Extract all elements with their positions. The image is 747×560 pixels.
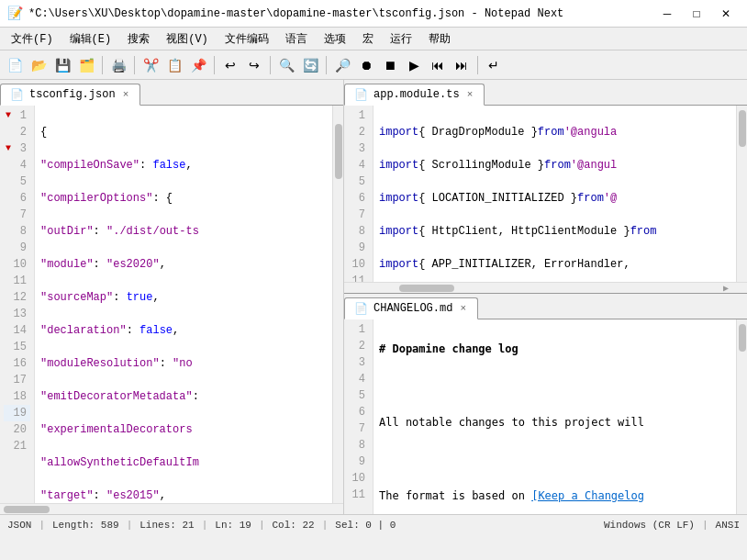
app-module-vscrollbar[interactable]	[736, 106, 747, 282]
aln-8: 8	[348, 223, 369, 240]
app-module-hscrollbar[interactable]: ▶	[344, 282, 747, 293]
changelog-text-5a: The format is based on	[379, 487, 531, 505]
cln-1: 1	[348, 321, 369, 338]
ln-21: 21	[4, 438, 30, 454]
cln-8: 8	[348, 437, 369, 454]
editor-hscrollbar[interactable]	[0, 503, 343, 514]
changelog-vscroll-thumb[interactable]	[739, 324, 746, 352]
undo-button[interactable]: ↩	[219, 54, 241, 76]
scroll-arrow-right[interactable]: ▶	[723, 283, 729, 294]
ln-4: 4	[4, 157, 30, 174]
changelog-content-area: 1 2 3 4 5 6 7 8 9 10 11 # Dopamine chang…	[344, 319, 747, 514]
menu-search[interactable]: 搜索	[120, 29, 157, 49]
ln-9: 9	[4, 240, 30, 256]
aln-6: 6	[348, 190, 369, 207]
open-button[interactable]: 📂	[28, 54, 50, 76]
next-button[interactable]: ⏭	[451, 54, 473, 76]
cln-7: 7	[348, 420, 369, 437]
status-lines: Lines: 21	[139, 520, 194, 531]
tab-app-module[interactable]: 📄 app.module.ts ×	[344, 84, 485, 106]
file-icon: 📄	[10, 88, 24, 102]
aln-11: 11	[348, 273, 369, 282]
editor-hscroll-thumb[interactable]	[4, 506, 50, 513]
play-button[interactable]: ▶	[403, 54, 425, 76]
replace-button[interactable]: 🔄	[299, 54, 321, 76]
find-button[interactable]: 🔍	[275, 54, 297, 76]
zoom-in-button[interactable]: 🔎	[331, 54, 353, 76]
copy-button[interactable]: 📋	[163, 54, 185, 76]
ln-17: 17	[4, 372, 30, 388]
app-module-file-icon: 📄	[354, 88, 368, 102]
changelog-code[interactable]: # Dopamine change log All notable change…	[374, 319, 736, 514]
editor-vscrollbar[interactable]	[332, 106, 343, 503]
record-button[interactable]: ⏺	[355, 54, 377, 76]
cut-button[interactable]: ✂️	[139, 54, 162, 76]
new-button[interactable]: 📄	[4, 54, 26, 76]
prev-button[interactable]: ⏮	[427, 54, 449, 76]
changelog-link-1[interactable]: [Keep a Changelog	[531, 487, 644, 505]
tab-tsconfig-close[interactable]: ×	[121, 89, 131, 100]
minimize-button[interactable]: ─	[653, 0, 681, 28]
changelog-text-3: All notable changes to this project will	[379, 413, 644, 431]
app-module-hscroll-thumb[interactable]	[399, 285, 454, 292]
tab-changelog-label: CHANGELOG.md	[374, 302, 452, 315]
status-bar: JSON | Length: 589 | Lines: 21 | Ln: 19 …	[0, 514, 747, 534]
ln-18: 18	[4, 388, 30, 405]
ln-11: 11	[4, 273, 30, 289]
ln-19: 19	[4, 405, 30, 421]
tab-changelog-close[interactable]: ×	[458, 303, 468, 314]
app-module-vscroll-thumb[interactable]	[739, 110, 746, 147]
menu-view[interactable]: 视图(V)	[159, 29, 216, 49]
menu-file[interactable]: 文件(F)	[4, 29, 61, 49]
aln-1: 1	[348, 107, 369, 124]
fold-icon-3[interactable]: ▼	[6, 140, 11, 157]
editor-content[interactable]: ▼1 2 ▼3 4 5 6 7 8 9 10 11 12 13 14 15 16…	[0, 106, 343, 503]
menu-run[interactable]: 运行	[383, 29, 419, 49]
save-all-button[interactable]: 🗂️	[75, 54, 97, 76]
status-col: Col: 22	[273, 520, 315, 531]
aln-4: 4	[348, 157, 369, 174]
fold-icon-1[interactable]: ▼	[6, 107, 11, 124]
toolbar: 📄 📂 💾 🗂️ 🖨️ ✂️ 📋 📌 ↩ ↪ 🔍 🔄 🔎 ⏺ ⏹ ▶ ⏮ ⏭ ↵	[0, 50, 747, 80]
tab-tsconfig[interactable]: 📄 tsconfig.json ×	[0, 84, 140, 106]
ch-line-3: All notable changes to this project will	[379, 413, 730, 431]
tab-changelog[interactable]: 📄 CHANGELOG.md ×	[344, 297, 478, 319]
cln-5: 5	[348, 387, 369, 404]
right-top-content: 1 2 3 4 5 6 7 8 9 10 11 import { DragDro…	[344, 106, 747, 282]
editor-tabs: 📄 tsconfig.json ×	[0, 80, 343, 106]
app-code-2: import { ScrollingModule } from '@angul	[379, 157, 730, 174]
changelog-tabs: 📄 CHANGELOG.md ×	[344, 294, 747, 319]
menu-edit[interactable]: 编辑(E)	[62, 29, 119, 49]
editor-vscroll-thumb[interactable]	[335, 124, 342, 179]
app-module-code[interactable]: import { DragDropModule } from '@angula …	[374, 106, 736, 282]
print-button[interactable]: 🖨️	[107, 54, 129, 76]
changelog-vscrollbar[interactable]	[736, 319, 747, 514]
code-line-2: "compileOnSave": false,	[40, 157, 327, 174]
status-length: Length: 589	[52, 520, 119, 531]
ln-8: 8	[4, 223, 30, 240]
save-button[interactable]: 💾	[51, 54, 73, 76]
title-bar: 📝 *C:\Users\XU\Desktop\dopamine-master\d…	[0, 0, 747, 28]
code-line-10: "experimentalDecorators	[40, 421, 327, 438]
aln-3: 3	[348, 140, 369, 157]
tab-app-module-close[interactable]: ×	[465, 89, 475, 100]
app-code-1: import { DragDropModule } from '@angula	[379, 124, 730, 140]
menu-macro[interactable]: 宏	[355, 29, 381, 49]
paste-button[interactable]: 📌	[187, 54, 209, 76]
menu-language[interactable]: 语言	[278, 29, 315, 49]
menu-options[interactable]: 选项	[317, 29, 353, 49]
menu-encoding[interactable]: 文件编码	[217, 29, 276, 49]
cln-10: 10	[348, 470, 369, 487]
status-encoding: ANSI	[716, 520, 740, 531]
code-line-9: "emitDecoratorMetadata":	[40, 388, 327, 405]
code-line-3: "compilerOptions": {	[40, 190, 327, 207]
code-area[interactable]: { "compileOnSave": false, "compilerOptio…	[35, 106, 332, 503]
maximize-button[interactable]: □	[683, 0, 710, 28]
redo-button[interactable]: ↪	[243, 54, 265, 76]
menu-help[interactable]: 帮助	[421, 29, 458, 49]
cln-3: 3	[348, 354, 369, 371]
wrap-button[interactable]: ↵	[483, 54, 505, 76]
close-button[interactable]: ✕	[712, 0, 740, 28]
stop-button[interactable]: ⏹	[379, 54, 401, 76]
tab-tsconfig-label: tsconfig.json	[29, 88, 116, 101]
